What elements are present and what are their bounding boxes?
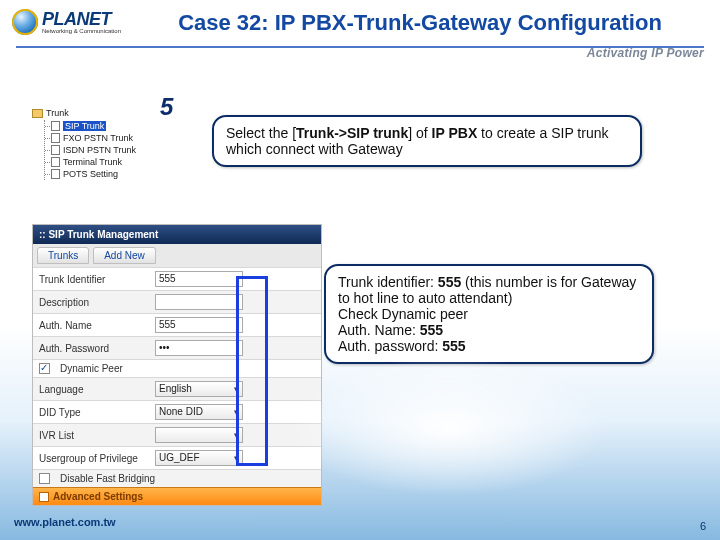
row-trunk-identifier: Trunk Identifier555 — [33, 267, 321, 290]
tree-item-label: SIP Trunk — [63, 121, 106, 131]
tree-item-isdn[interactable]: ISDN PSTN Trunk — [45, 144, 178, 156]
row-did-type: DID TypeNone DID — [33, 400, 321, 423]
tree-item-pots[interactable]: POTS Setting — [45, 168, 178, 180]
row-auth-name: Auth. Name555 — [33, 313, 321, 336]
label-usergroup: Usergroup of Privilege — [39, 453, 149, 464]
logo-text: PLANET — [42, 10, 121, 28]
nav-tree: Trunk SIP Trunk FXO PSTN Trunk ISDN PSTN… — [32, 108, 178, 180]
callout-6-line2: Check Dynamic peer — [338, 306, 640, 322]
row-ivr-list: IVR List — [33, 423, 321, 446]
page-title: Case 32: IP PBX-Trunk-Gateway Configurat… — [132, 8, 708, 36]
logo-globe-icon — [12, 9, 38, 35]
background-glow — [288, 357, 608, 497]
input-trunk-identifier[interactable]: 555 — [155, 271, 243, 287]
tree-item-label: ISDN PSTN Trunk — [63, 145, 136, 155]
tree-item-sip-trunk[interactable]: SIP Trunk — [45, 120, 178, 132]
select-did-type[interactable]: None DID — [155, 404, 243, 420]
panel-title: :: SIP Trunk Management — [33, 225, 321, 244]
callout-step-6: Trunk identifier: 555 (this number is fo… — [324, 264, 654, 364]
tree-root-label: Trunk — [46, 108, 69, 118]
label-language: Language — [39, 384, 149, 395]
tree-item-label: POTS Setting — [63, 169, 118, 179]
tree-item-label: Terminal Trunk — [63, 157, 122, 167]
expand-icon — [39, 492, 49, 502]
callout-6-line3: Auth. Name: 555 — [338, 322, 640, 338]
checkbox-disable-fast[interactable] — [39, 473, 50, 484]
label-ivr-list: IVR List — [39, 430, 149, 441]
label-dynamic-peer: Dynamic Peer — [60, 363, 123, 374]
row-language: LanguageEnglish — [33, 377, 321, 400]
label-description: Description — [39, 297, 149, 308]
footer-url: www.planet.com.tw — [14, 516, 116, 528]
input-auth-name[interactable]: 555 — [155, 317, 243, 333]
callout-step-5: Select the [Trunk->SIP trunk] of IP PBX … — [212, 115, 642, 167]
row-auth-password: Auth. Password••• — [33, 336, 321, 359]
doc-icon — [51, 121, 60, 131]
callout-5-text: Select the [Trunk->SIP trunk] of IP PBX … — [226, 125, 609, 157]
input-description[interactable] — [155, 294, 243, 310]
doc-icon — [51, 157, 60, 167]
doc-icon — [51, 145, 60, 155]
page-number: 6 — [700, 520, 706, 532]
sip-trunk-panel: :: SIP Trunk Management Trunks Add New T… — [32, 224, 322, 506]
doc-icon — [51, 133, 60, 143]
doc-icon — [51, 169, 60, 179]
callout-6-line4: Auth. password: 555 — [338, 338, 640, 354]
select-usergroup[interactable]: UG_DEF — [155, 450, 243, 466]
label-disable-fast: Disable Fast Bridging — [60, 473, 155, 484]
label-did-type: DID Type — [39, 407, 149, 418]
select-language[interactable]: English — [155, 381, 243, 397]
label-auth-password: Auth. Password — [39, 343, 149, 354]
select-ivr-list[interactable] — [155, 427, 243, 443]
tab-trunks[interactable]: Trunks — [37, 247, 89, 264]
tagline: Activating IP Power — [587, 46, 704, 60]
row-description: Description — [33, 290, 321, 313]
tab-add-new[interactable]: Add New — [93, 247, 156, 264]
label-trunk-identifier: Trunk Identifier — [39, 274, 149, 285]
tree-item-terminal[interactable]: Terminal Trunk — [45, 156, 178, 168]
row-disable-fast: Disable Fast Bridging — [33, 469, 321, 487]
input-auth-password[interactable]: ••• — [155, 340, 243, 356]
tree-item-label: FXO PSTN Trunk — [63, 133, 133, 143]
label-auth-name: Auth. Name — [39, 320, 149, 331]
logo-subtext: Networking & Communication — [42, 28, 121, 34]
brand-logo: PLANET Networking & Communication — [12, 4, 132, 40]
row-usergroup: Usergroup of PrivilegeUG_DEF — [33, 446, 321, 469]
tree-item-fxo[interactable]: FXO PSTN Trunk — [45, 132, 178, 144]
row-dynamic-peer: Dynamic Peer — [33, 359, 321, 377]
advanced-label: Advanced Settings — [53, 491, 143, 502]
checkbox-dynamic-peer[interactable] — [39, 363, 50, 374]
folder-icon — [32, 109, 43, 118]
tree-root[interactable]: Trunk — [32, 108, 178, 118]
callout-6-line1: Trunk identifier: 555 (this number is fo… — [338, 274, 640, 306]
advanced-settings-bar[interactable]: Advanced Settings — [33, 487, 321, 505]
